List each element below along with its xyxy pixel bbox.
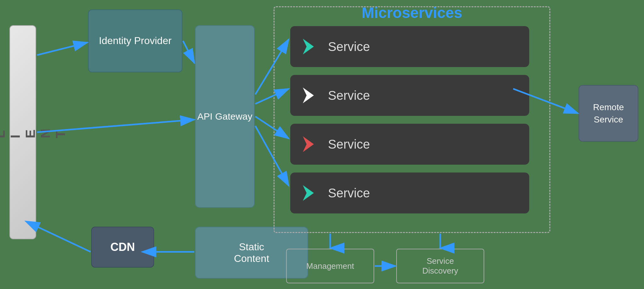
service-box-3: Service: [290, 124, 529, 165]
svg-marker-1: [303, 88, 314, 103]
api-gateway-box: API Gateway: [195, 25, 255, 208]
remote-service-label: RemoteService: [593, 101, 624, 126]
api-gateway-label: API Gateway: [197, 110, 252, 123]
diagram: CLIENT Identity Provider API Gateway Sta…: [0, 0, 644, 289]
arrow-client-to-identity: [37, 42, 87, 55]
static-content-label: StaticContent: [234, 241, 269, 264]
management-box: Management: [286, 249, 374, 283]
service-label-4: Service: [328, 186, 370, 200]
service-label-3: Service: [328, 137, 370, 151]
arrow-cdn-to-client: [37, 227, 91, 252]
service-box-1: Service: [290, 26, 529, 67]
service-box-4: Service: [290, 173, 529, 213]
svg-marker-2: [303, 136, 314, 152]
svg-marker-3: [303, 185, 314, 201]
service-box-2: Service: [290, 75, 529, 116]
service-discovery-box: ServiceDiscovery: [396, 249, 484, 283]
service-chevron-2: [300, 86, 319, 105]
microservices-container: Microservices Service Service Service: [274, 6, 550, 233]
remote-service-box: RemoteService: [579, 85, 638, 142]
service-label-2: Service: [328, 88, 370, 103]
identity-provider-box: Identity Provider: [88, 9, 182, 72]
cdn-box: CDN: [91, 227, 154, 268]
microservices-title: Microservices: [358, 4, 465, 21]
service-chevron-1: [300, 37, 319, 56]
identity-provider-label: Identity Provider: [99, 34, 171, 48]
service-chevron-4: [300, 184, 319, 202]
service-discovery-label: ServiceDiscovery: [422, 256, 458, 276]
arrow-identity-to-gateway: [183, 41, 194, 63]
client-label: CLIENT: [0, 126, 68, 138]
client-box: CLIENT: [9, 25, 36, 239]
svg-marker-0: [303, 39, 314, 54]
service-chevron-3: [300, 135, 319, 154]
service-label-1: Service: [328, 40, 370, 54]
management-label: Management: [306, 261, 354, 271]
cdn-label: CDN: [110, 241, 135, 254]
